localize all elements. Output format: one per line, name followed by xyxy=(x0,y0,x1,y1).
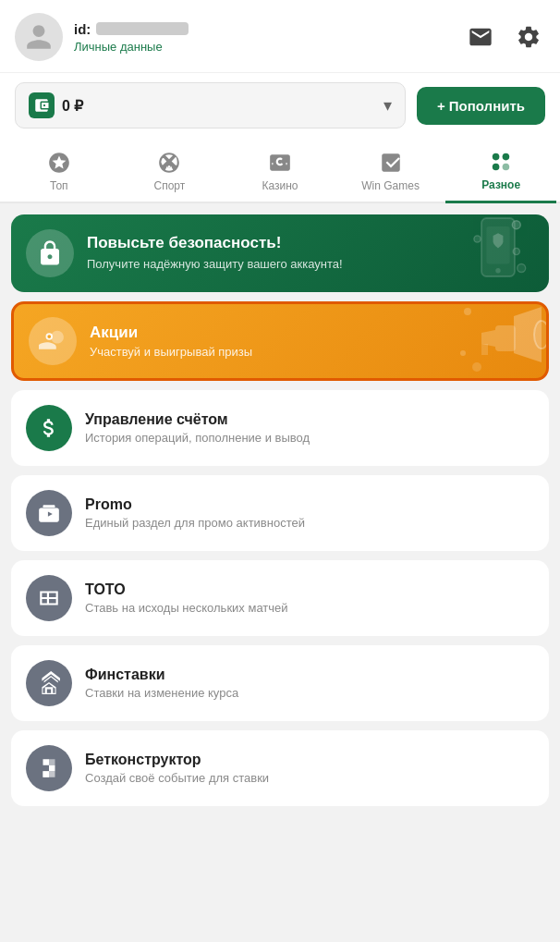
account-icon-circle xyxy=(26,405,72,451)
tab-casino-label: Казино xyxy=(262,179,298,192)
header: id: Личные данные xyxy=(0,0,560,72)
tab-wingames[interactable]: Win Games xyxy=(335,141,446,202)
betconstructor-desc: Создай своё событие для ставки xyxy=(85,771,534,785)
wingames-icon xyxy=(378,150,404,176)
svg-rect-20 xyxy=(49,771,55,777)
toto-text: ТОТО Ставь на исходы нескольких матчей xyxy=(85,581,534,615)
tab-misc-label: Разное xyxy=(481,178,520,191)
account-title: Управление счётом xyxy=(85,411,534,428)
svg-point-2 xyxy=(493,164,500,171)
promo-menu-icon-circle xyxy=(26,490,72,536)
tab-casino[interactable]: Казино xyxy=(225,141,335,202)
chevron-down-icon: ▾ xyxy=(383,95,392,116)
top-icon xyxy=(46,150,72,176)
svg-rect-18 xyxy=(49,759,55,765)
svg-point-9 xyxy=(474,236,481,242)
balance-select[interactable]: 0 ₽ ▾ xyxy=(15,82,406,128)
promo-megaphone-deco xyxy=(449,301,549,381)
finstavki-title: Финставки xyxy=(85,667,534,683)
promo-icon-circle xyxy=(29,317,77,365)
deposit-button[interactable]: + Пополнить xyxy=(417,87,545,125)
finstavki-text: Финставки Ставки на изменение курса xyxy=(85,667,534,700)
balance-icon xyxy=(29,92,55,118)
svg-point-8 xyxy=(513,248,519,254)
account-desc: История операций, пополнение и вывод xyxy=(85,431,534,445)
security-deco xyxy=(457,214,540,292)
betconstructor-icon-circle xyxy=(26,745,72,791)
toto-title: ТОТО xyxy=(85,581,534,598)
finstavki-icon-circle xyxy=(26,660,72,706)
toto-desc: Ставь на исходы нескольких матчей xyxy=(85,601,534,615)
svg-point-16 xyxy=(460,350,466,356)
svg-point-6 xyxy=(495,268,500,273)
tab-top[interactable]: Топ xyxy=(4,141,115,202)
casino-icon xyxy=(267,150,293,176)
sport-icon xyxy=(156,150,182,176)
svg-point-3 xyxy=(503,164,510,171)
svg-rect-13 xyxy=(495,325,516,351)
promo-menu-text: Promo Единый раздел для промо активносте… xyxy=(85,496,534,530)
messages-button[interactable] xyxy=(464,20,497,54)
user-id: id: xyxy=(74,21,189,37)
menu-item-toto[interactable]: ТОТО Ставь на исходы нескольких матчей xyxy=(11,560,549,636)
menu-item-account[interactable]: Управление счётом История операций, попо… xyxy=(11,390,549,466)
user-info: id: Личные данные xyxy=(74,21,189,54)
svg-point-0 xyxy=(493,153,500,161)
user-id-blur xyxy=(96,22,189,35)
misc-icon xyxy=(488,149,514,175)
promo-banner[interactable]: Акции Участвуй и выигрывай призы xyxy=(11,301,549,381)
settings-button[interactable] xyxy=(512,20,545,54)
main-content: Повысьте безопасность! Получите надёжную… xyxy=(0,203,560,806)
avatar[interactable] xyxy=(15,13,63,61)
toto-icon-circle xyxy=(26,575,72,621)
tab-wingames-label: Win Games xyxy=(361,179,420,192)
tab-misc[interactable]: Разное xyxy=(445,140,556,203)
svg-point-15 xyxy=(464,308,471,315)
svg-point-10 xyxy=(517,264,526,273)
nav-tabs: Топ Спорт Казино Win Games xyxy=(0,140,560,203)
tab-sport-label: Спорт xyxy=(154,179,186,192)
menu-item-betconstructor[interactable]: Бетконструктор Создай своё событие для с… xyxy=(11,730,549,806)
svg-point-17 xyxy=(472,362,481,372)
betconstructor-title: Бетконструктор xyxy=(85,752,534,768)
security-banner[interactable]: Повысьте безопасность! Получите надёжную… xyxy=(11,214,549,292)
menu-item-promo[interactable]: Promo Единый раздел для промо активносте… xyxy=(11,475,549,551)
account-text: Управление счётом История операций, попо… xyxy=(85,411,534,445)
svg-point-12 xyxy=(47,335,51,338)
finstavki-desc: Ставки на изменение курса xyxy=(85,686,534,700)
id-prefix: id: xyxy=(74,21,91,37)
promo-menu-desc: Единый раздел для промо активностей xyxy=(85,516,534,530)
svg-rect-19 xyxy=(43,771,50,777)
balance-amount: 0 ₽ xyxy=(62,97,376,115)
header-left: id: Личные данные xyxy=(15,13,189,61)
svg-point-1 xyxy=(503,153,510,161)
tab-sport[interactable]: Спорт xyxy=(115,141,225,202)
betconstructor-text: Бетконструктор Создай своё событие для с… xyxy=(85,752,534,785)
svg-point-7 xyxy=(512,221,520,229)
user-link-label[interactable]: Личные данные xyxy=(74,40,189,54)
menu-item-finstavki[interactable]: Финставки Ставки на изменение курса xyxy=(11,645,549,721)
promo-menu-title: Promo xyxy=(85,496,534,513)
balance-bar: 0 ₽ ▾ + Пополнить xyxy=(0,72,560,140)
header-right xyxy=(464,20,545,54)
svg-point-14 xyxy=(534,321,549,349)
security-icon-circle xyxy=(26,229,74,277)
tab-top-label: Топ xyxy=(50,179,68,192)
